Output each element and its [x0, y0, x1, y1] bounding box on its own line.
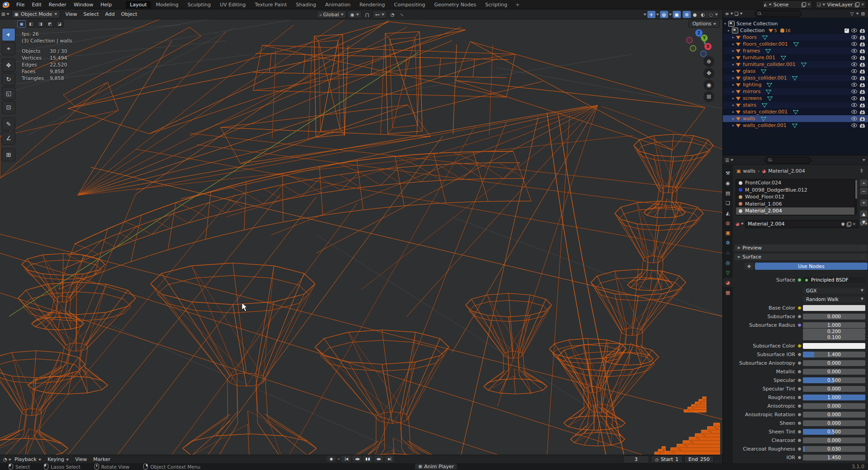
workspace-tab-scripting[interactable]: Scripting — [481, 1, 511, 9]
close-icon[interactable]: ✕ — [807, 2, 811, 7]
tool-rotate-button[interactable]: ↻ — [2, 73, 15, 86]
eye-icon[interactable] — [851, 83, 857, 87]
outliner-search[interactable] — [755, 10, 802, 17]
anim-player-button[interactable]: ⊗ Anim Player — [415, 464, 457, 470]
chevron-down-icon[interactable]: ▼ — [656, 13, 659, 16]
copy-scene-icon[interactable] — [802, 2, 806, 7]
workspace-tab-geometry-nodes[interactable]: Geometry Nodes — [430, 1, 480, 9]
eye-icon[interactable] — [851, 123, 857, 127]
properties-tab-output[interactable]: ▤ — [723, 188, 733, 197]
jump-to-end-button[interactable]: ▶| — [385, 456, 394, 462]
fake-user-icon[interactable]: ⬟ — [841, 222, 845, 226]
outliner-item-label[interactable]: floors — [743, 34, 757, 40]
viewport-menu-object[interactable]: Object — [118, 11, 141, 17]
expander-icon[interactable]: ▸ — [731, 123, 736, 127]
expander-icon[interactable]: ▸ — [731, 62, 736, 66]
select-mode-subtract-button[interactable]: ◨ — [36, 20, 45, 28]
select-mode-set-button[interactable]: ▣ — [17, 20, 26, 28]
camera-view-button[interactable]: ◉ — [703, 80, 714, 90]
camera-visibility-icon[interactable] — [859, 35, 865, 40]
copy-viewlayer-icon[interactable] — [855, 2, 859, 7]
expander-icon[interactable]: ▸ — [731, 117, 736, 121]
mode-dropdown[interactable]: ▣ Object Mode ▼ — [11, 10, 61, 19]
eye-icon[interactable] — [851, 110, 857, 114]
value-field[interactable]: 1.000 — [803, 322, 865, 328]
outliner-row-lighting[interactable]: ▸lighting — [723, 81, 868, 88]
eye-icon[interactable] — [851, 96, 857, 100]
xray-toggle[interactable]: ▣ — [673, 11, 681, 18]
pin-icon[interactable]: ✎ — [858, 168, 865, 175]
outliner-item-label[interactable]: glass — [743, 68, 755, 74]
navigation-gizmo[interactable]: Z Y X — [683, 27, 721, 61]
camera-visibility-icon[interactable] — [859, 49, 865, 53]
outliner-row-walls_collider.001[interactable]: ▸walls_collider.001 — [723, 122, 868, 129]
auto-keying-button[interactable]: ● — [326, 456, 336, 462]
eye-icon[interactable] — [851, 62, 857, 66]
end-frame-field[interactable]: End250 — [684, 456, 714, 463]
move-slot-up-button[interactable]: ▲ — [859, 210, 868, 218]
funnel-icon[interactable]: ▽ — [860, 221, 863, 226]
material-slot-FrontColor.024[interactable]: FrontColor.024 — [736, 179, 854, 187]
new-collection-icon[interactable]: ⊞ — [860, 11, 866, 16]
outliner-item-label[interactable]: screens — [743, 95, 762, 101]
viewport-3d[interactable]: ⊞▼ ▣ Object Mode ▼ ViewSelectAddObject ⟓… — [0, 9, 722, 455]
shading-rendered-button[interactable]: ◌ — [707, 11, 715, 18]
properties-tab-object[interactable]: ▣ — [723, 228, 733, 237]
camera-visibility-icon[interactable] — [859, 110, 865, 114]
axis-neg-y-ball[interactable] — [690, 46, 696, 52]
eye-icon[interactable] — [851, 69, 857, 73]
slider-field[interactable]: 0.000 — [803, 360, 865, 366]
proportional-edit-toggle[interactable]: ◔ — [388, 11, 396, 18]
expander-icon[interactable]: ▸ — [731, 49, 736, 53]
outliner-row-floors_collider.001[interactable]: ▸floors_collider.001 — [723, 41, 868, 47]
outliner-row-mirrors[interactable]: ▸mirrors — [723, 88, 868, 95]
eye-icon[interactable] — [851, 35, 857, 39]
workspace-tab-modeling[interactable]: Modeling — [152, 1, 183, 9]
outliner-item-label[interactable]: Scene Collection — [736, 21, 778, 27]
expander-icon[interactable]: ▸ — [731, 35, 736, 39]
pivot-point-dropdown[interactable]: ◉▼ — [348, 10, 362, 19]
timeline-menu-playback[interactable]: Playback ▼ — [11, 456, 44, 462]
tool-scale-button[interactable]: ◱ — [2, 87, 15, 100]
snap-settings-dropdown[interactable]: ⊷▼ — [373, 10, 387, 19]
properties-tab-tool[interactable]: ⚒ — [723, 169, 733, 178]
workspace-tab-layout[interactable]: Layout — [126, 1, 151, 9]
outliner-editor-icon[interactable]: ≡ — [724, 11, 730, 16]
chevron-down-icon[interactable]: ▼ — [863, 158, 865, 161]
shading-wireframe-button[interactable]: ⊕ — [683, 11, 691, 18]
outliner-row-collection[interactable]: ▸Collection516 — [723, 27, 868, 34]
viewlayer-name[interactable]: ViewLayer — [827, 2, 853, 8]
chevron-down-icon[interactable]: ▼ — [669, 13, 672, 16]
pan-view-button[interactable]: ✥ — [703, 68, 714, 79]
viewport-menu-add[interactable]: Add — [102, 11, 118, 17]
blender-logo-icon[interactable] — [3, 2, 9, 8]
workspace-tab-sculpting[interactable]: Sculpting — [184, 1, 215, 9]
eye-icon[interactable] — [851, 89, 857, 94]
camera-visibility-icon[interactable] — [859, 89, 865, 94]
dropdown-field[interactable]: GGX▼ — [803, 288, 865, 294]
grip-dots[interactable]: ∷ — [862, 246, 865, 250]
slider-field[interactable]: 0.000 — [803, 437, 865, 443]
menu-help[interactable]: Help — [97, 2, 115, 8]
expander-icon[interactable]: ▸ — [731, 103, 736, 107]
camera-visibility-icon[interactable] — [859, 103, 865, 108]
expander-icon[interactable]: ▸ — [731, 89, 736, 94]
axis-neg-x-ball[interactable] — [687, 38, 693, 43]
slider-field[interactable]: 0.000 — [803, 403, 865, 409]
next-keyframe-button[interactable]: ▪▶ — [374, 456, 383, 462]
outliner-row-furniture_collider.001[interactable]: ▸furniture_collider.001 — [723, 61, 868, 68]
properties-search[interactable] — [765, 157, 811, 164]
eye-icon[interactable] — [851, 117, 857, 121]
timeline-menu-marker[interactable]: Marker — [90, 456, 113, 462]
select-mode-invert-button[interactable]: ◩ — [46, 20, 54, 28]
tool-cursor-button[interactable]: ⌖ — [2, 42, 15, 55]
expander-icon[interactable]: ▸ — [731, 42, 736, 46]
select-mode-extend-button[interactable]: ◧ — [27, 20, 35, 28]
properties-tab-object-data[interactable]: ▽ — [723, 268, 733, 277]
workspace-tab-uv-editing[interactable]: UV Editing — [216, 1, 250, 9]
preview-panel-header[interactable]: ▼ Preview∷ — [735, 244, 868, 251]
shading-material-button[interactable]: ◐ — [699, 11, 707, 18]
use-nodes-button[interactable]: Use Nodes — [755, 263, 868, 270]
camera-visibility-icon[interactable] — [859, 28, 865, 33]
outliner-item-label[interactable]: stairs — [743, 102, 756, 108]
